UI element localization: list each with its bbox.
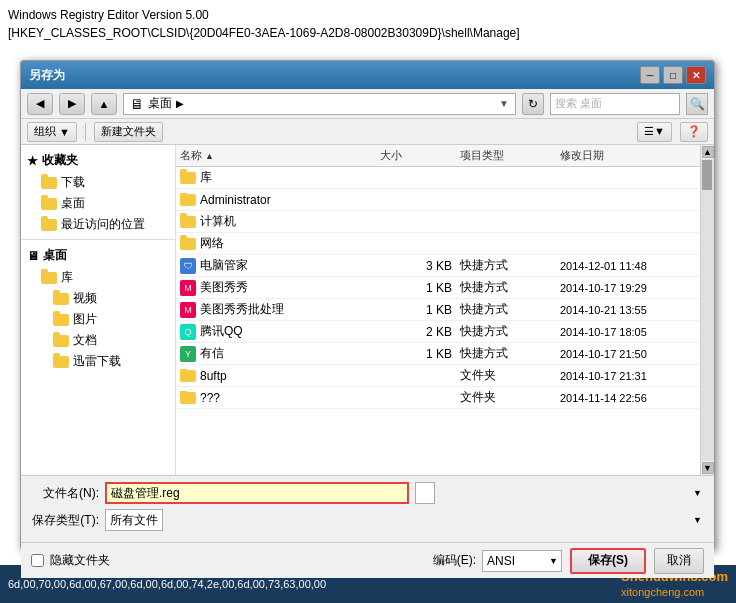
sidebar-desktop-section[interactable]: 🖥 桌面 [21,244,175,267]
search-button[interactable]: 🔍 [686,93,708,115]
scrollbar[interactable]: ▲ ▼ [700,145,714,475]
filename-input[interactable] [105,482,409,504]
cell-name: 库 [176,169,376,186]
cell-type: 文件夹 [456,367,556,384]
up-button[interactable]: ▲ [91,93,117,115]
sidebar-library-item[interactable]: 库 [21,267,175,288]
forward-button[interactable]: ▶ [59,93,85,115]
location-separator: ▶ [176,98,184,109]
cell-size: 3 KB [376,259,456,273]
table-row[interactable]: Y 有信 1 KB 快捷方式 2014-10-17 21:50 [176,343,700,365]
cell-name: Q 腾讯QQ [176,323,376,340]
organize-dropdown-icon: ▼ [59,126,70,138]
table-row[interactable]: M 美图秀秀 1 KB 快捷方式 2014-10-17 19:29 [176,277,700,299]
back-button[interactable]: ◀ [27,93,53,115]
folder-icon [180,370,196,382]
cell-name: 网络 [176,235,376,252]
col-header-size[interactable]: 大小 [376,148,456,163]
app-icon: M [180,302,196,318]
encoding-wrapper[interactable]: ANSI [482,550,562,572]
cell-type: 快捷方式 [456,345,556,362]
scroll-down[interactable]: ▼ [702,462,714,474]
cell-size: 1 KB [376,347,456,361]
search-placeholder: 搜索 桌面 [555,96,602,111]
new-folder-button[interactable]: 新建文件夹 [94,122,163,142]
app-icon: Y [180,346,196,362]
folder-icon [41,177,57,189]
cancel-button[interactable]: 取消 [654,548,704,574]
cell-name: 8uftp [176,369,376,383]
recent-label: 最近访问的位置 [61,216,145,233]
location-text: 桌面 [148,95,172,112]
sidebar-cloud-item[interactable]: 迅雷下载 [21,351,175,372]
filename-label: 文件名(N): [29,485,99,502]
folder-icon [53,314,69,326]
sidebar-item-download[interactable]: 下载 [21,172,175,193]
location-dropdown-arrow[interactable]: ▼ [499,98,509,109]
refresh-button[interactable]: ↻ [522,93,544,115]
table-row[interactable]: Q 腾讯QQ 2 KB 快捷方式 2014-10-17 18:05 [176,321,700,343]
table-row[interactable]: 网络 [176,233,700,255]
cell-size: 2 KB [376,325,456,339]
location-bar[interactable]: 🖥 桌面 ▶ ▼ [123,93,516,115]
col-header-type[interactable]: 项目类型 [456,148,556,163]
table-row[interactable]: ??? 文件夹 2014-11-14 22:56 [176,387,700,409]
hide-folders-label[interactable]: 隐藏文件夹 [50,552,110,569]
file-list-container: 名称 ▲ 大小 项目类型 修改日期 库 [176,145,700,475]
footer-left: 隐藏文件夹 [31,552,110,569]
cell-name: 计算机 [176,213,376,230]
sidebar-docs-item[interactable]: 文档 [21,330,175,351]
maximize-button[interactable]: □ [663,66,683,84]
filename-select[interactable] [415,482,435,504]
folder-icon [180,216,196,228]
table-row[interactable]: 🛡 电脑管家 3 KB 快捷方式 2014-12-01 11:48 [176,255,700,277]
search-box[interactable]: 搜索 桌面 [550,93,680,115]
sidebar-item-recent[interactable]: 最近访问的位置 [21,214,175,235]
folder-icon [41,272,57,284]
sidebar: ★ 收藏夹 下载 桌面 最近访问的位置 🖥 桌 [21,145,176,475]
table-row[interactable]: 8uftp 文件夹 2014-10-17 21:31 [176,365,700,387]
dialog-content: ★ 收藏夹 下载 桌面 最近访问的位置 🖥 桌 [21,145,714,475]
sidebar-video-item[interactable]: 视频 [21,288,175,309]
hide-folders-checkbox[interactable] [31,554,44,567]
help-button[interactable]: ❓ [680,122,708,142]
cell-date: 2014-11-14 22:56 [556,392,700,404]
col-header-name[interactable]: 名称 ▲ [176,148,376,163]
encoding-area: 编码(E): ANSI [433,550,562,572]
sidebar-pictures-item[interactable]: 图片 [21,309,175,330]
table-row[interactable]: 库 [176,167,700,189]
hex-content: 6d,00,70,00,6d,00,67,00,6d,00,6d,00,74,2… [8,578,326,590]
filename-row: 文件名(N): [29,482,706,504]
cell-type: 文件夹 [456,389,556,406]
cell-date: 2014-10-21 13:55 [556,304,700,316]
sidebar-favorites-header[interactable]: ★ 收藏夹 [21,149,175,172]
footer-right: 编码(E): ANSI 保存(S) 取消 [433,548,704,574]
col-header-date[interactable]: 修改日期 [556,148,688,163]
savetype-select[interactable]: 所有文件 [105,509,163,531]
app-icon: Q [180,324,196,340]
close-button[interactable]: ✕ [686,66,706,84]
cell-date: 2014-12-01 11:48 [556,260,700,272]
sidebar-item-desktop[interactable]: 桌面 [21,193,175,214]
scroll-thumb[interactable] [702,160,712,190]
cell-name: M 美图秀秀 [176,279,376,296]
savetype-wrapper[interactable]: 所有文件 [105,509,706,531]
scroll-track[interactable] [701,159,714,461]
cell-type: 快捷方式 [456,279,556,296]
table-row[interactable]: M 美图秀秀批处理 1 KB 快捷方式 2014-10-21 13:55 [176,299,700,321]
organize-button[interactable]: 组织 ▼ [27,122,77,142]
savetype-row: 保存类型(T): 所有文件 [29,509,706,531]
view-button[interactable]: ☰▼ [637,122,672,142]
editor-title: Windows Registry Editor Version 5.00 [8,8,728,22]
scroll-up[interactable]: ▲ [702,146,714,158]
encoding-select[interactable]: ANSI [482,550,562,572]
cell-date: 2014-10-17 18:05 [556,326,700,338]
table-row[interactable]: Administrator [176,189,700,211]
save-button[interactable]: 保存(S) [570,548,646,574]
table-row[interactable]: 计算机 [176,211,700,233]
folder-icon [53,293,69,305]
folder-icon [180,172,196,184]
filename-dropdown[interactable] [415,482,707,504]
toolbar-separator [85,123,86,141]
minimize-button[interactable]: ─ [640,66,660,84]
